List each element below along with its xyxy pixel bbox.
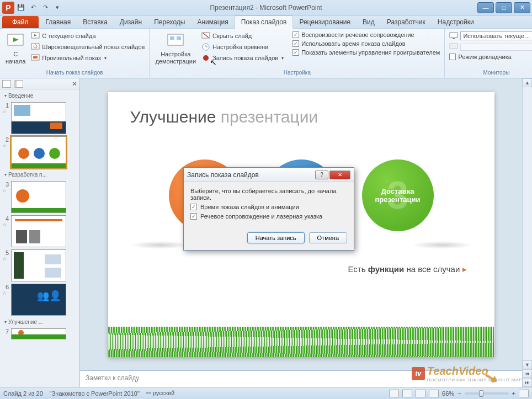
dialog-help-button[interactable]: ? (315, 171, 328, 179)
thumbnail-item[interactable]: 7 (2, 328, 77, 339)
zoom-slider[interactable] (465, 392, 509, 395)
statusbar: Слайд 2 из 20 "Знакомство с PowerPoint 2… (0, 387, 532, 399)
from-current-button[interactable]: С текущего слайда (30, 31, 146, 41)
tab-transitions[interactable]: Переходы (148, 16, 191, 28)
monitor-icon (449, 42, 458, 51)
thumbnail-item[interactable]: 1☆ (2, 102, 77, 134)
file-tab[interactable]: Файл (2, 16, 39, 28)
panel-close-icon[interactable]: ✕ (72, 80, 77, 88)
tab-animation[interactable]: Анимация (191, 16, 234, 28)
resolution-dropdown[interactable]: Использовать текуще…▾ (448, 31, 532, 41)
clock-icon (201, 42, 210, 51)
app-icon[interactable]: P (2, 2, 14, 14)
scroll-down-icon[interactable]: ▼ (523, 360, 532, 369)
zoom-value[interactable]: 66% (442, 390, 454, 397)
tab-home[interactable]: Главная (40, 16, 77, 28)
status-lang[interactable]: ✏ русский (146, 390, 175, 397)
group-label: Мониторы (448, 70, 532, 77)
sorter-view-button[interactable] (402, 390, 412, 397)
section-header[interactable]: Введение (2, 92, 77, 100)
svg-rect-19 (450, 44, 457, 49)
group-label: Настройка (153, 70, 441, 77)
tab-slideshow[interactable]: Показ слайдов (235, 15, 294, 29)
zoom-out-button[interactable]: − (457, 390, 461, 397)
tab-developer[interactable]: Разработчик (381, 16, 432, 28)
thumbnail-item[interactable]: 3☆ (2, 181, 77, 213)
dialog-opt1[interactable]: ✓Время показа слайдов и анимации (190, 204, 347, 210)
slides-tab-icon[interactable] (2, 80, 11, 88)
group-label: Начать показ слайдов (3, 70, 146, 77)
broadcast-button[interactable]: Широковещательный показ слайдов (30, 42, 146, 52)
vertical-scrollbar[interactable]: ▲ ▼ ⏮ ⏭ (522, 78, 532, 387)
grass-graphic (108, 327, 494, 357)
svg-point-16 (203, 55, 209, 61)
watermark: tv TeachVideoПОСМОТРИ КАК ЗНАНИЯ МЕНЯЮТ … (412, 365, 522, 382)
setup-button[interactable]: Настройка демонстрации (153, 31, 198, 66)
teachvideo-icon: tv (412, 367, 425, 380)
thumbnail-item[interactable]: 2☆ (2, 136, 77, 168)
record-icon (201, 54, 210, 62)
monitor-icon (449, 31, 458, 40)
custom-show-icon (31, 54, 40, 62)
scroll-up-icon[interactable]: ▲ (523, 78, 532, 87)
dialog-titlebar[interactable]: Запись показа слайдов ? ✕ (184, 168, 354, 182)
close-button[interactable]: ✕ (514, 2, 530, 13)
tab-view[interactable]: Вид (357, 16, 381, 28)
svg-rect-18 (453, 38, 455, 39)
record-button[interactable]: Запись показа слайдов▾ (200, 53, 285, 63)
outline-tab-icon[interactable] (14, 80, 23, 88)
section-header[interactable]: Разработка п... (2, 171, 77, 179)
svg-rect-9 (170, 36, 174, 40)
thumbnail-item[interactable]: 4☆ (2, 215, 77, 247)
normal-view-button[interactable] (389, 390, 399, 397)
play-icon (7, 32, 24, 50)
hide-slide-button[interactable]: Скрыть слайд (200, 31, 285, 41)
window-title: Презентация2 - Microsoft PowerPoint (210, 4, 322, 12)
reading-view-button[interactable] (416, 390, 425, 397)
dialog-close-button[interactable]: ✕ (329, 171, 350, 179)
tab-insert[interactable]: Вставка (77, 16, 114, 28)
from-beginning-button[interactable]: С начала (3, 31, 28, 66)
maximize-button[interactable]: □ (496, 2, 512, 13)
qat-save-icon[interactable]: 💾 (15, 2, 26, 13)
thumbnail-list[interactable]: Введение 1☆ 2☆ Разработка п... 3☆ 4☆ 5☆ … (0, 89, 79, 387)
tab-review[interactable]: Рецензирование (293, 16, 357, 28)
start-recording-button[interactable]: Начать запись (247, 232, 305, 243)
thumbnail-item[interactable]: 6☆👥👤 (2, 284, 77, 316)
ribbon-group-setup: Настройка демонстрации Скрыть слайд Наст… (150, 29, 445, 78)
ribbon-group-monitors: Использовать текуще…▾ ▾ Режим докладчика… (445, 29, 532, 78)
section-header[interactable]: Улучшение ... (2, 318, 77, 326)
hide-icon (201, 31, 210, 40)
fit-button[interactable] (519, 390, 529, 397)
custom-show-button[interactable]: Произвольный показ▾ (30, 53, 146, 63)
setup-icon (167, 32, 184, 50)
record-dialog: Запись показа слайдов ? ✕ Выберите, что … (183, 167, 354, 251)
qat-redo-icon[interactable]: ↷ (40, 2, 51, 13)
thumbnail-item[interactable]: 5☆ (2, 249, 77, 281)
status-slide: Слайд 2 из 20 (3, 390, 43, 397)
dialog-body: Выберите, что вы собираетесь записать, д… (184, 182, 354, 228)
show-on-dropdown: ▾ (448, 42, 532, 52)
narration-checkbox[interactable]: ✓Воспроизвести речевое сопровождение (291, 31, 441, 39)
broadcast-icon (31, 42, 40, 51)
qat-undo-icon[interactable]: ↶ (28, 2, 39, 13)
svg-rect-17 (450, 33, 457, 38)
svg-rect-10 (177, 36, 181, 40)
prev-slide-icon[interactable]: ⏮ (523, 369, 532, 378)
next-slide-icon[interactable]: ⏭ (523, 378, 532, 387)
ribbon: С начала С текущего слайда Широковещател… (0, 29, 532, 78)
qat-more-icon[interactable]: ▾ (52, 2, 63, 13)
slideshow-view-button[interactable] (429, 390, 439, 397)
tab-design[interactable]: Дизайн (114, 16, 148, 28)
quick-access-toolbar: P 💾 ↶ ↷ ▾ (0, 2, 63, 14)
dialog-opt2[interactable]: ✓Речевое сопровождение и лазерная указка (190, 213, 347, 220)
timings-checkbox[interactable]: ✓Использовать время показа слайдов (291, 40, 441, 47)
cancel-button[interactable]: Отмена (309, 232, 347, 243)
tab-addins[interactable]: Надстройки (432, 16, 480, 28)
controls-checkbox[interactable]: ✓Показать элементы управления проигрыват… (291, 49, 441, 56)
minimize-button[interactable]: — (477, 2, 494, 13)
rehearse-button[interactable]: Настройка времени (200, 42, 285, 52)
presenter-checkbox[interactable]: Режим докладчика (448, 53, 532, 61)
status-theme: "Знакомство с PowerPoint 2010" (50, 390, 140, 397)
zoom-in-button[interactable]: + (512, 390, 515, 397)
